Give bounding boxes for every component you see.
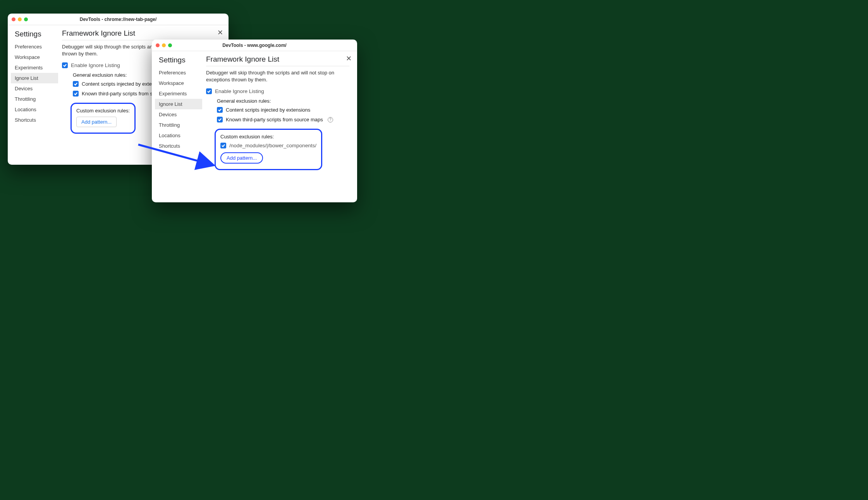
window-title: DevTools - chrome://new-tab-page/ <box>8 17 229 22</box>
settings-content: ✕ Framework Ignore List Debugger will sk… <box>202 51 357 202</box>
close-window-button[interactable] <box>156 43 160 47</box>
window-title: DevTools - www.google.com/ <box>152 43 357 48</box>
minimize-window-button[interactable] <box>18 17 22 21</box>
enable-label: Enable Ignore Listing <box>71 62 120 68</box>
rule-label: Content scripts injected by extensions <box>226 107 310 113</box>
close-icon[interactable]: ✕ <box>217 28 223 37</box>
checkbox-icon <box>217 117 223 122</box>
sidebar-item-ignore-list[interactable]: Ignore List <box>11 73 58 83</box>
general-rules-label: General exclusion rules: <box>217 98 349 104</box>
rule-label: Known third-party scripts from source ma… <box>226 117 323 122</box>
sidebar-item-devices[interactable]: Devices <box>11 83 58 94</box>
sidebar-item-ignore-list[interactable]: Ignore List <box>155 99 202 109</box>
minimize-window-button[interactable] <box>162 43 166 47</box>
sidebar-item-workspace[interactable]: Workspace <box>155 78 202 88</box>
sidebar-item-locations[interactable]: Locations <box>155 130 202 141</box>
sidebar-item-locations[interactable]: Locations <box>11 104 58 115</box>
devtools-window-2: DevTools - www.google.com/ Settings Pref… <box>152 40 357 202</box>
section-title: Framework Ignore List <box>206 55 349 66</box>
custom-rules-highlight: Custom exclusion rules: Add pattern... <box>70 103 136 134</box>
close-icon[interactable]: ✕ <box>346 54 352 63</box>
titlebar: DevTools - chrome://new-tab-page/ <box>8 14 229 25</box>
rule-third-party[interactable]: Known third-party scripts from source ma… <box>217 117 349 122</box>
checkbox-icon <box>62 62 68 68</box>
traffic-lights <box>156 43 172 47</box>
sidebar-item-shortcuts[interactable]: Shortcuts <box>11 115 58 125</box>
add-pattern-button[interactable]: Add pattern... <box>220 152 263 164</box>
checkbox-icon <box>220 143 226 148</box>
sidebar-item-experiments[interactable]: Experiments <box>11 62 58 73</box>
custom-rules-highlight: Custom exclusion rules: /node_modules/|/… <box>215 129 322 170</box>
checkbox-icon <box>73 91 79 97</box>
help-icon[interactable]: ? <box>328 117 333 122</box>
checkbox-icon <box>206 88 212 94</box>
custom-rules-label: Custom exclusion rules: <box>220 134 316 140</box>
close-window-button[interactable] <box>12 17 15 21</box>
enable-ignore-listing-row[interactable]: Enable Ignore Listing <box>206 88 349 94</box>
sidebar-item-preferences[interactable]: Preferences <box>11 41 58 52</box>
pattern-text: /node_modules/|/bower_components/ <box>229 143 316 148</box>
custom-pattern-row[interactable]: /node_modules/|/bower_components/ <box>220 143 316 148</box>
sidebar-title: Settings <box>11 28 58 41</box>
enable-label: Enable Ignore Listing <box>215 88 264 94</box>
sidebar-item-throttling[interactable]: Throttling <box>155 120 202 130</box>
titlebar: DevTools - www.google.com/ <box>152 40 357 51</box>
settings-sidebar: Settings Preferences Workspace Experimen… <box>8 25 58 165</box>
checkbox-icon <box>217 107 223 113</box>
settings-sidebar: Settings Preferences Workspace Experimen… <box>152 51 202 202</box>
sidebar-item-workspace[interactable]: Workspace <box>11 52 58 62</box>
maximize-window-button[interactable] <box>24 17 28 21</box>
sidebar-title: Settings <box>155 54 202 67</box>
checkbox-icon <box>73 81 79 87</box>
section-desc: Debugger will skip through the scripts a… <box>206 69 349 83</box>
maximize-window-button[interactable] <box>168 43 172 47</box>
custom-rules-label: Custom exclusion rules: <box>76 108 130 114</box>
sidebar-item-preferences[interactable]: Preferences <box>155 67 202 78</box>
sidebar-item-experiments[interactable]: Experiments <box>155 88 202 99</box>
sidebar-item-shortcuts[interactable]: Shortcuts <box>155 141 202 151</box>
rule-content-scripts[interactable]: Content scripts injected by extensions <box>217 107 349 113</box>
section-title: Framework Ignore List <box>62 29 221 40</box>
traffic-lights <box>12 17 28 21</box>
sidebar-item-devices[interactable]: Devices <box>155 109 202 120</box>
sidebar-item-throttling[interactable]: Throttling <box>11 94 58 104</box>
add-pattern-button[interactable]: Add pattern... <box>76 117 117 127</box>
